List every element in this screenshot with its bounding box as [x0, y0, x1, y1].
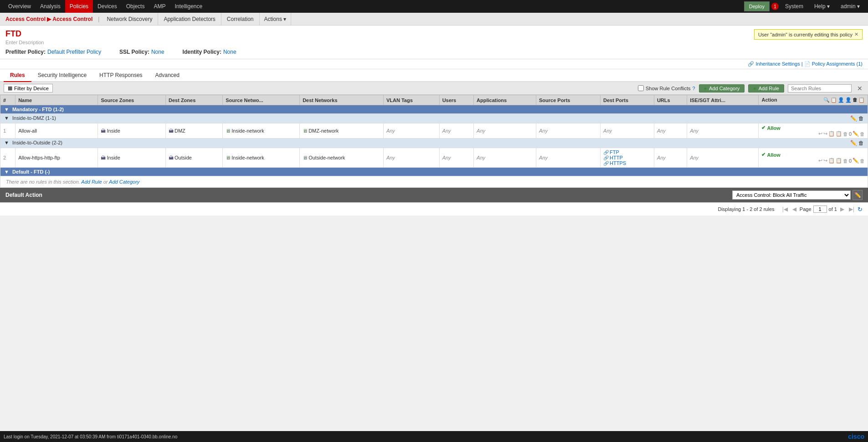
prefilter-link[interactable]: Default Prefilter Policy [47, 49, 101, 55]
col-action-icon3: 👤 [838, 97, 844, 103]
col-action-icon1: 🔍 [823, 97, 830, 103]
rule2-undo-icon[interactable]: ↩ [818, 158, 822, 164]
show-conflicts-container: Show Rule Conflicts ? [638, 85, 695, 91]
add-rule-button[interactable]: +Add Rule [748, 84, 784, 93]
rule2-paste-icon[interactable]: 📋 [836, 158, 842, 164]
rule2-edit-icon[interactable]: ✏️ [853, 158, 859, 164]
inheritance-icon: 🔗 [748, 61, 754, 67]
subnav-tab-actions[interactable]: Actions ▾ [260, 13, 292, 26]
subsection-edit-icon[interactable]: ✏️ [850, 115, 857, 122]
banner-close-button[interactable]: ✕ [854, 31, 858, 37]
pagination-next-button[interactable]: ▶ [839, 206, 846, 213]
ssl-link[interactable]: None [151, 49, 164, 55]
tab-rules[interactable]: Rules [4, 69, 31, 82]
inheritance-settings-link[interactable]: Inheritance Settings [755, 61, 800, 67]
rule2-users: Any [439, 148, 473, 168]
policy-assignments-icon: 📄 [804, 61, 811, 67]
ssl-label: SSL Policy: [119, 49, 149, 55]
tab-advanced[interactable]: Advanced [149, 69, 186, 82]
col-vlan-tags: VLAN Tags [383, 95, 439, 105]
default-action-select[interactable]: Access Control: Block All Traffic Access… [732, 190, 851, 200]
rule-undo-icon[interactable]: ↩ [818, 131, 822, 137]
subnav-tab-app-detectors[interactable]: Application Detectors [158, 13, 221, 26]
rule-edit-icon[interactable]: ✏️ [853, 131, 859, 137]
col-ise-sgt: ISE/SGT Attri... [687, 95, 759, 105]
pagination-first-button[interactable]: |◀ [781, 206, 789, 213]
rule-redo-icon[interactable]: ↪ [823, 131, 827, 137]
col-source-networks: Source Netwo... [223, 95, 300, 105]
show-conflicts-checkbox[interactable] [638, 85, 644, 91]
notification-badge[interactable]: 1 [771, 3, 779, 10]
default-action-edit-button[interactable]: ✏️ [853, 190, 863, 200]
subnav-tab-network-discovery[interactable]: Network Discovery [101, 13, 158, 26]
tab-http-responses[interactable]: HTTP Responses [93, 69, 149, 82]
rule2-delete-icon[interactable]: 🗑 [843, 158, 848, 164]
col-action-icon6: 📋 [858, 97, 865, 103]
grid-icon: ▦ [8, 85, 12, 91]
nav-policies[interactable]: Policies [65, 0, 93, 13]
rule-source-zones: 🏔Inside [98, 123, 166, 139]
col-dest-networks: Dest Networks [300, 95, 384, 105]
rule-delete-icon[interactable]: 🗑 [843, 131, 848, 137]
pagination-page-input[interactable] [813, 206, 827, 213]
nav-analysis[interactable]: Analysis [36, 0, 65, 13]
subnav-tab-correlation[interactable]: Correlation [221, 13, 260, 26]
rule-dest-networks: 🖥DMZ-network [300, 123, 384, 139]
nav-amp[interactable]: AMP [149, 0, 170, 13]
pagination-prev-button[interactable]: ◀ [791, 206, 798, 213]
rule-dest-ports: Any [601, 123, 654, 139]
rule-paste-icon[interactable]: 📋 [836, 131, 842, 137]
rule-users: Any [439, 123, 473, 139]
mandatory-section-header[interactable]: ▼ Mandatory - FTD (1-2) [0, 105, 868, 114]
policy-description[interactable]: Enter Description [5, 40, 863, 45]
deploy-button[interactable]: Deploy [744, 1, 770, 11]
subsection2-delete-icon[interactable]: 🗑 [858, 140, 864, 146]
rule-vlan-tags: Any [383, 123, 439, 139]
pagination-page-label: Page [800, 206, 812, 212]
rule-more-icon[interactable]: 🗑 [860, 131, 865, 137]
rule2-dest-ports: 🔗FTP 🔗HTTP 🔗HTTPS [601, 148, 654, 168]
rule-num: 1 [0, 123, 15, 139]
rule2-num: 2 [0, 148, 15, 168]
rule-action: ✔Allow ↩ ↪ 📋 📋 🗑 0 ✏️ 🗑 [759, 123, 868, 139]
search-close-button[interactable]: ✕ [855, 85, 864, 92]
pagination-of-label: of 1 [829, 206, 837, 212]
default-section-header[interactable]: ▼ Default - FTD (-) [0, 168, 868, 176]
rule-urls: Any [654, 123, 687, 139]
ftp-link[interactable]: FTP [610, 149, 619, 155]
rule-ise-sgt: Any [687, 123, 759, 139]
nav-intelligence[interactable]: Intelligence [170, 0, 207, 13]
rule-dest-zones: 🏔DMZ [165, 123, 222, 139]
rule-name: Allow-all [15, 123, 98, 139]
search-rules-input[interactable] [788, 84, 852, 93]
tab-security-intelligence[interactable]: Security Intelligence [31, 69, 93, 82]
rule2-redo-icon[interactable]: ↪ [823, 158, 827, 164]
inside-dmz-section-header[interactable]: ▼ Inside-to-DMZ (1-1) ✏️ 🗑 [0, 114, 868, 123]
col-urls: URLs [654, 95, 687, 105]
no-rules-row: There are no rules in this section. Add … [0, 176, 868, 188]
nav-system[interactable]: System [781, 0, 808, 13]
rule2-more-icon[interactable]: 🗑 [860, 158, 865, 164]
nav-help[interactable]: Help ▾ [810, 0, 834, 13]
section-add-rule-link[interactable]: Add Rule [81, 179, 102, 185]
rule-copy-icon[interactable]: 📋 [828, 131, 835, 137]
subsection-delete-icon[interactable]: 🗑 [858, 115, 864, 122]
nav-devices[interactable]: Devices [93, 0, 122, 13]
https-link[interactable]: HTTPS [610, 160, 626, 166]
subsection2-edit-icon[interactable]: ✏️ [850, 140, 857, 146]
identity-link[interactable]: None [223, 49, 236, 55]
pagination-refresh-button[interactable]: ↻ [858, 206, 863, 213]
section-add-category-link[interactable]: Add Category [109, 179, 139, 185]
nav-objects[interactable]: Objects [122, 0, 149, 13]
col-action-icon5: 🗑 [853, 97, 858, 103]
pagination-last-button[interactable]: ▶| [847, 206, 856, 213]
rule2-copy-icon[interactable]: 📋 [828, 158, 835, 164]
filter-device-button[interactable]: ▦ Filter by Device [4, 84, 53, 93]
rule2-count: 0 [849, 158, 852, 164]
nav-admin[interactable]: admin ▾ [836, 0, 864, 13]
http-link[interactable]: HTTP [610, 155, 623, 160]
nav-overview[interactable]: Overview [4, 0, 36, 13]
inside-outside-section-header[interactable]: ▼ Inside-to-Outside (2-2) ✏️ 🗑 [0, 139, 868, 148]
add-category-button[interactable]: +Add Category [699, 84, 745, 93]
policy-assignments-link[interactable]: Policy Assignments (1) [812, 61, 863, 67]
